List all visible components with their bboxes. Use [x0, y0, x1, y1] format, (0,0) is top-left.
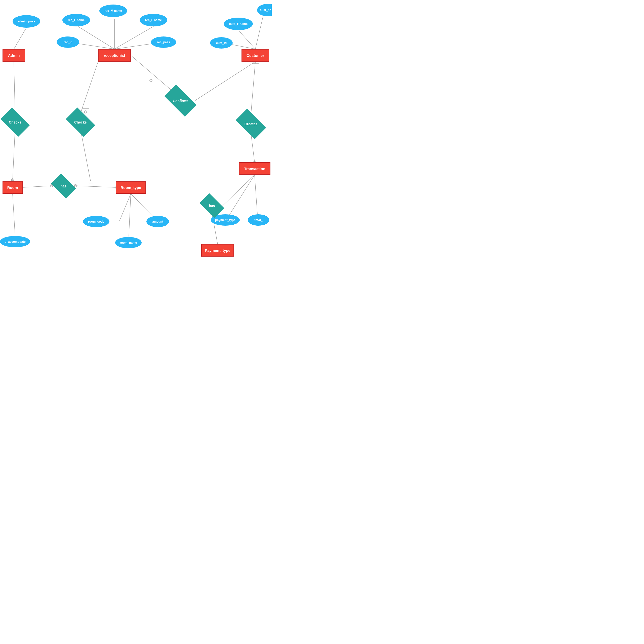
admin-pass-attr: admin_pass [13, 15, 40, 28]
svg-line-47 [13, 194, 15, 235]
cust-id-attr: cust_id [210, 37, 233, 49]
svg-point-36 [74, 184, 77, 187]
room-name-attr: room_name [115, 237, 142, 248]
confirms-relationship: Confirms [166, 93, 195, 109]
customer-entity: Customer [241, 49, 269, 62]
room-code-attr: room_code [83, 216, 109, 227]
amount-attr: amount [146, 216, 169, 227]
svg-point-14 [84, 111, 87, 113]
svg-line-0 [14, 28, 26, 49]
svg-line-24 [239, 31, 255, 49]
svg-line-10 [114, 26, 153, 49]
svg-line-35 [74, 186, 116, 187]
transaction-entity: Transaction [239, 162, 270, 175]
admin-entity: Admin [3, 49, 25, 62]
svg-line-32 [23, 186, 53, 187]
has-transaction-relationship: has [201, 199, 223, 213]
receptionist-entity: receptionist [98, 49, 131, 62]
svg-line-41 [223, 175, 255, 206]
cust-name-attr: cust_na me [257, 4, 272, 16]
svg-line-26 [255, 17, 263, 49]
svg-line-39 [129, 194, 131, 236]
svg-point-4 [11, 179, 14, 181]
svg-line-38 [119, 194, 131, 221]
total-amount-attr: total_ [248, 214, 269, 226]
svg-line-1 [14, 62, 15, 113]
svg-line-16 [81, 130, 91, 181]
svg-point-48 [150, 79, 152, 82]
svg-line-22 [195, 62, 255, 101]
creates-relationship: Creates [237, 116, 264, 132]
rec-pass-attr: rec_pass [151, 36, 176, 48]
cust-f-name-attr: cust_F name [224, 18, 253, 30]
room-type-entity: Room_type [116, 181, 146, 194]
er-diagram: Admin receptionist Customer Room Room_ty… [0, 0, 272, 272]
svg-line-2 [13, 130, 15, 181]
svg-line-45 [226, 175, 255, 221]
has-room-relationship: has [53, 179, 74, 193]
svg-point-23 [253, 62, 255, 64]
svg-line-27 [251, 62, 255, 116]
svg-line-8 [78, 26, 114, 49]
rec-f-name-attr: rec_F name [62, 14, 90, 26]
checks-rec-relationship: Checks [68, 114, 93, 130]
svg-line-13 [81, 62, 98, 113]
p-accomodate-attr: p_accomodate [0, 236, 30, 247]
checks-admin-relationship: Checks [3, 114, 28, 130]
payment-type-entity: Payment_type [201, 244, 234, 257]
rec-id-attr: rec_id [57, 36, 79, 48]
rec-m-name-attr: rec_M name [99, 5, 127, 17]
rec-l-name-attr: rec_L name [140, 14, 167, 26]
svg-line-46 [255, 175, 258, 221]
room-entity: Room [3, 181, 23, 194]
